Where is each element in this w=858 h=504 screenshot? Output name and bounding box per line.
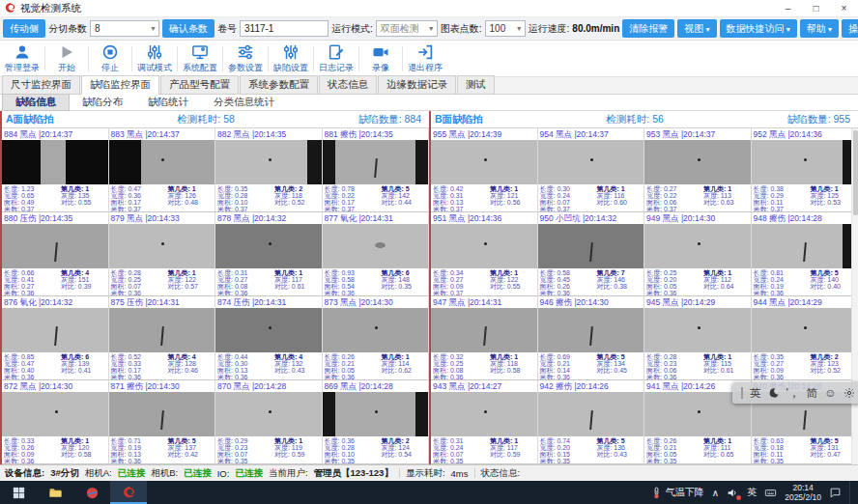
emoji-icon[interactable]: ☺	[824, 386, 836, 400]
tray-expand-caret[interactable]: ∧	[712, 488, 719, 498]
defect-cell[interactable]: 869 黑点 |20:14:28长度: 0.36宽度: 0.28面积: 0.10…	[323, 380, 430, 464]
defect-length: 长度: 0.27	[646, 185, 701, 192]
defect-gray: 灰度: 137	[167, 444, 213, 451]
defect-cell-header: 948 擦伤 |20:14:28	[752, 212, 858, 224]
tab-main-6[interactable]: 测试	[457, 75, 495, 94]
ime-punctuation-toggle[interactable]: '，	[786, 385, 800, 402]
data-quick-access-button[interactable]: 数据快捷访问	[720, 19, 797, 38]
tab-main-2[interactable]: 产品型号配置	[160, 75, 239, 94]
defect-cell[interactable]: 883 黑点 |20:14:37长度: 0.47宽度: 0.36面积: 0.17…	[109, 128, 216, 212]
defect-info: 长度: 0.31宽度: 0.24面积: 0.07米数: 0.35第几类: 1灰度…	[431, 436, 537, 464]
defect-cell[interactable]: 877 氧化 |20:14:31长度: 0.93宽度: 0.58面积: 0.54…	[323, 212, 430, 296]
operator-side-button[interactable]: 操作侧	[842, 19, 858, 38]
scrollbar-thumb[interactable]	[853, 130, 858, 215]
exit-program-button[interactable]: 退出程序	[405, 43, 445, 74]
defect-cell[interactable]: 953 黑点 |20:14:37长度: 0.27宽度: 0.22面积: 0.06…	[644, 128, 752, 212]
confirm-count-button[interactable]: 确认条数	[162, 19, 214, 38]
defect-cell[interactable]: 947 黑点 |20:14:31长度: 0.32宽度: 0.25面积: 0.08…	[431, 296, 538, 380]
tab-main-5[interactable]: 边缘数据记录	[378, 75, 456, 94]
tab-main-4[interactable]: 状态信息	[319, 75, 377, 94]
ime-language-indicator[interactable]: 英	[747, 486, 757, 499]
defect-cell[interactable]: 943 黑点 |20:14:27长度: 0.31宽度: 0.24面积: 0.07…	[431, 380, 538, 464]
debug-mode-button[interactable]: 调试模式	[134, 43, 175, 74]
tab-sub-0[interactable]: 缺陷信息	[2, 94, 70, 111]
clock[interactable]: 20:14 2025/2/10	[785, 483, 821, 502]
roll-number-input[interactable]: 3117-1	[240, 20, 329, 37]
panel-a-elapsed: 检测耗时: 58	[54, 113, 358, 126]
start-button[interactable]: 开始	[47, 43, 86, 74]
defect-cell[interactable]: 875 压伤 |20:14:31长度: 0.52宽度: 0.33面积: 0.17…	[109, 296, 216, 380]
tab-main-3[interactable]: 系统参数配置	[240, 75, 318, 94]
defect-metrics-left: 长度: 0.28宽度: 0.23面积: 0.06米数: 0.36	[646, 353, 701, 380]
moon-icon[interactable]	[768, 387, 780, 399]
touch-keyboard-icon[interactable]	[764, 487, 777, 499]
ime-english-toggle[interactable]: 英	[750, 386, 761, 401]
close-button[interactable]: ×	[830, 0, 858, 16]
param-settings-button[interactable]: 参数设置	[225, 43, 266, 74]
start-button[interactable]	[0, 481, 37, 504]
defect-metrics-left: 长度: 0.25宽度: 0.20面积: 0.05米数: 0.36	[646, 269, 701, 296]
defect-contrast: 对比: 0.61	[274, 283, 320, 290]
chart-points-select[interactable]: 100▼	[485, 20, 526, 37]
volume-icon[interactable]	[727, 487, 739, 499]
file-explorer-icon[interactable]	[37, 481, 73, 504]
help-menu-button[interactable]: 帮助	[800, 19, 839, 38]
defect-cell[interactable]: 946 擦伤 |20:14:30长度: 0.69宽度: 0.21面积: 0.14…	[538, 296, 645, 380]
active-app-icon[interactable]	[110, 481, 147, 504]
tab-sub-3[interactable]: 分类信息统计	[201, 95, 287, 110]
defect-length: 长度: 0.78	[325, 185, 380, 192]
stop-button[interactable]: 停止	[91, 43, 129, 74]
defect-cell[interactable]: 945 黑点 |20:14:29长度: 0.28宽度: 0.23面积: 0.06…	[644, 296, 752, 380]
defect-cell[interactable]: 871 擦伤 |20:14:30长度: 0.71宽度: 0.19面积: 0.13…	[109, 380, 216, 464]
ime-drag-handle[interactable]	[741, 387, 743, 399]
defect-cell[interactable]: 873 黑点 |20:14:30长度: 0.26宽度: 0.21面积: 0.05…	[323, 296, 430, 380]
tab-main-0[interactable]: 尺寸监控界面	[2, 75, 80, 94]
tab-sub-1[interactable]: 缺陷分布	[70, 95, 135, 110]
weather-widget[interactable]: 气温下降	[650, 486, 704, 499]
run-mode-select[interactable]: 双面检测▼	[376, 20, 438, 37]
view-menu-button[interactable]: 视图	[677, 19, 716, 38]
defect-cell[interactable]: 950 小凹坑 |20:14:32长度: 0.58宽度: 0.45面积: 0.2…	[538, 212, 645, 296]
defect-settings-button[interactable]: 缺陷设置	[271, 43, 311, 74]
pinned-app-icon[interactable]	[73, 481, 110, 504]
defect-cell[interactable]: 952 黑点 |20:14:36长度: 0.38宽度: 0.29面积: 0.11…	[752, 128, 858, 212]
defect-cell[interactable]: 876 氧化 |20:14:32长度: 0.85宽度: 0.47面积: 0.40…	[2, 296, 109, 380]
defect-cell[interactable]: 882 黑点 |20:14:35长度: 0.35宽度: 0.28面积: 0.10…	[215, 128, 323, 212]
gear-icon[interactable]	[844, 387, 855, 399]
defect-cell[interactable]: 881 擦伤 |20:14:35长度: 0.78宽度: 0.22面积: 0.17…	[323, 128, 430, 212]
recording-button[interactable]: 录像	[361, 43, 400, 74]
defect-cell[interactable]: 872 黑点 |20:14:30长度: 0.33宽度: 0.26面积: 0.09…	[2, 380, 109, 464]
action-center-icon[interactable]	[829, 487, 842, 499]
defect-cell[interactable]: 942 擦伤 |20:14:26长度: 0.74宽度: 0.20面积: 0.15…	[538, 380, 645, 464]
defect-cell[interactable]: 944 黑点 |20:14:29长度: 0.35宽度: 0.27面积: 0.09…	[752, 296, 858, 380]
clear-alarm-button[interactable]: 清除报警	[622, 19, 674, 38]
slit-count-select[interactable]: 8▼	[90, 20, 159, 37]
show-desktop-button[interactable]	[849, 481, 854, 504]
log-record-button[interactable]: 日志记录	[316, 43, 357, 74]
defect-cell[interactable]: 879 黑点 |20:14:33长度: 0.28宽度: 0.25面积: 0.07…	[109, 212, 216, 296]
defect-cell[interactable]: 878 黑点 |20:14:32长度: 0.31宽度: 0.27面积: 0.08…	[215, 212, 323, 296]
defect-cell[interactable]: 880 压伤 |20:14:35长度: 0.66宽度: 0.41面积: 0.27…	[2, 212, 109, 296]
defect-mark	[160, 410, 163, 430]
defect-cell-header: 880 压伤 |20:14:35	[2, 212, 108, 224]
defect-cell[interactable]: 954 黑点 |20:14:37长度: 0.30宽度: 0.24面积: 0.07…	[538, 128, 645, 212]
defect-cell[interactable]: 884 黑点 |20:14:37长度: 1.23宽度: 0.65面积: 0.49…	[2, 128, 109, 212]
admin-login-button[interactable]: 管理登录	[2, 43, 43, 74]
defect-metrics-left: 长度: 0.66宽度: 0.41面积: 0.27米数: 0.36	[4, 269, 59, 296]
defect-cell[interactable]: 948 擦伤 |20:14:28长度: 0.81宽度: 0.24面积: 0.19…	[752, 212, 858, 296]
drive-side-button[interactable]: 传动侧	[3, 19, 45, 38]
defect-cell[interactable]: 955 黑点 |20:14:39长度: 0.42宽度: 0.31面积: 0.13…	[431, 128, 538, 212]
defect-cell[interactable]: 870 黑点 |20:14:28长度: 0.29宽度: 0.23面积: 0.07…	[215, 380, 323, 464]
ime-simplified-toggle[interactable]: 简	[807, 386, 818, 401]
maximize-button[interactable]: □	[802, 0, 830, 16]
vertical-scrollbar[interactable]	[851, 128, 858, 464]
tab-sub-2[interactable]: 缺陷统计	[135, 95, 201, 110]
tab-main-1[interactable]: 缺陷监控界面	[81, 75, 159, 95]
defect-cell[interactable]: 951 黑点 |20:14:36长度: 0.34宽度: 0.27面积: 0.09…	[431, 212, 538, 296]
defect-class: 第几类: 1	[490, 185, 535, 192]
minimize-button[interactable]: –	[774, 0, 802, 16]
defect-cell-header: 943 黑点 |20:14:27	[431, 380, 537, 392]
defect-cell[interactable]: 949 黑点 |20:14:30长度: 0.25宽度: 0.20面积: 0.05…	[644, 212, 752, 296]
system-config-button[interactable]: 系统配置	[180, 43, 220, 74]
defect-cell[interactable]: 874 压伤 |20:14:31长度: 0.44宽度: 0.30面积: 0.13…	[215, 296, 323, 380]
